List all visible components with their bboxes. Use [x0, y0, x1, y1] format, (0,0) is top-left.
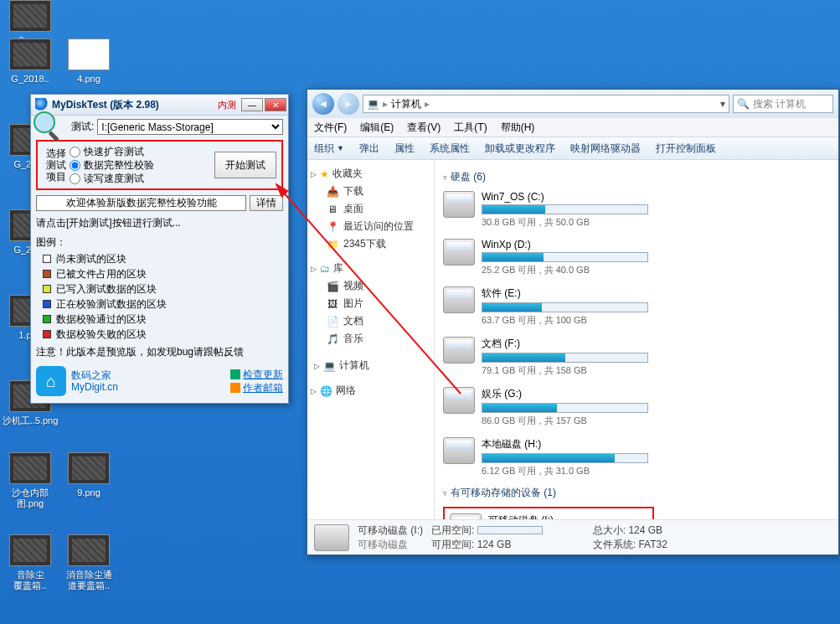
network-item[interactable]: ▷🌐网络 [311, 384, 430, 398]
addr-dropdown-icon[interactable]: ▾ [720, 98, 725, 110]
mydisktest-window: MyDiskTest (版本 2.98) 内测 — ✕ 测试: I:[Gener… [30, 94, 289, 404]
nav-bar: ◄ ► 💻 ▸ 计算机 ▸ ▾ 🔍 搜索 计算机 [307, 90, 838, 118]
thumbnail-icon [9, 0, 51, 32]
check-update-link[interactable]: 检查更新 [230, 368, 283, 381]
sidebar-item[interactable]: 🎬视频 [311, 277, 430, 295]
refresh-icon [230, 369, 240, 379]
color-swatch-icon [43, 300, 51, 308]
desktop-icon[interactable]: 4.png [60, 39, 117, 85]
control-panel-button[interactable]: 打开控制面板 [656, 142, 716, 156]
uninstall-button[interactable]: 卸载或更改程序 [485, 142, 555, 156]
sidebar-item[interactable]: 📄文档 [311, 312, 430, 330]
legend-header: 图例： [36, 235, 283, 250]
properties-button[interactable]: 属性 [394, 142, 415, 156]
color-swatch-icon [43, 270, 51, 278]
menu-item[interactable]: 帮助(H) [501, 121, 535, 135]
menu-item[interactable]: 工具(T) [454, 121, 487, 135]
sidebar-item[interactable]: 🎵音乐 [311, 330, 430, 348]
drive-item[interactable]: 本地磁盘 (H:)6.12 GB 可用 , 共 31.0 GB [443, 437, 648, 477]
address-bar[interactable]: 💻 ▸ 计算机 ▸ ▾ [363, 95, 729, 113]
thumbnail-icon [68, 39, 110, 70]
device-select[interactable]: I:[Generic Mass-Storage] [97, 119, 283, 135]
minimize-button[interactable]: — [241, 98, 263, 111]
sidebar-item[interactable]: 📍最近访问的位置 [311, 218, 430, 235]
system-properties-button[interactable]: 系统属性 [430, 142, 470, 156]
color-swatch-icon [43, 255, 51, 263]
status-drive-icon [314, 524, 349, 551]
drive-icon [443, 239, 475, 266]
folder-icon: 📁 [326, 239, 339, 250]
sidebar-item[interactable]: 🖼图片 [311, 295, 430, 312]
banner-text: 欢迎体验新版数据完整性校验功能 [36, 195, 246, 211]
libraries-header[interactable]: ▷🗂库 [311, 261, 430, 276]
desktop-icon[interactable]: 音除尘覆盖箱.. [2, 534, 59, 591]
sidebar-item[interactable]: 📥下载 [311, 183, 430, 200]
computer-item[interactable]: ▷💻计算机 [311, 356, 430, 375]
used-bar [477, 526, 543, 534]
drive-item[interactable]: Win7_OS (C:)30.8 GB 可用 , 共 50.0 GB [443, 191, 648, 229]
color-swatch-icon [43, 315, 51, 323]
thumbnail-icon [68, 452, 110, 484]
drive-removable[interactable]: 可移动磁盘 (I:) 124 GB 可用 , 共 124 GB [450, 513, 655, 519]
addr-sep: ▸ [383, 98, 388, 110]
eject-button[interactable]: 弹出 [359, 142, 379, 156]
sidebar-item[interactable]: 📁2345下载 [311, 235, 430, 253]
menu-bar: 文件(F)编辑(E)查看(V)工具(T)帮助(H) [307, 118, 838, 137]
legend-item: 尚未测试的区块 [36, 251, 283, 266]
notice-text: 注意！此版本是预览版，如发现bug请跟帖反馈 [36, 345, 283, 359]
drive-icon [443, 286, 475, 313]
sidebar-item[interactable]: 🖥桌面 [311, 200, 430, 218]
drive-item[interactable]: 文档 (F:)79.1 GB 可用 , 共 158 GB [443, 337, 648, 377]
desktop-icon[interactable]: 沙仓内部图.png [2, 452, 59, 509]
close-button[interactable]: ✕ [265, 98, 286, 111]
thumbnail-icon [9, 39, 51, 70]
folder-icon: 📥 [326, 186, 339, 198]
drive-item[interactable]: 娱乐 (G:)86.0 GB 可用 , 共 157 GB [443, 387, 648, 427]
status-bar: 可移动磁盘 (I:) 可移动磁盘 已用空间: 可用空间: 124 GB 总大小:… [307, 519, 838, 554]
desktop-icon[interactable]: G_2018.. [2, 39, 59, 85]
radio-quick[interactable]: 快速扩容测试 [70, 145, 214, 158]
status-type: 可移动磁盘 [358, 538, 423, 552]
drive-icon [443, 337, 475, 364]
desktop-icon[interactable]: 9.png [60, 452, 117, 498]
library-icon: 📄 [326, 316, 339, 327]
explorer-window: ◄ ► 💻 ▸ 计算机 ▸ ▾ 🔍 搜索 计算机 文件(F)编辑(E)查看(V)… [307, 89, 839, 555]
forward-button[interactable]: ► [338, 93, 359, 115]
legend-item: 数据校验通过的区块 [36, 312, 283, 327]
search-icon: 🔍 [737, 98, 750, 110]
computer-icon: 💻 [367, 98, 379, 110]
toolbar: 组织▼ 弹出 属性 系统属性 卸载或更改程序 映射网络驱动器 打开控制面板 [307, 137, 838, 160]
mail-icon [230, 383, 240, 393]
drive-item[interactable]: WinXp (D:)25.2 GB 可用 , 共 40.0 GB [443, 239, 648, 276]
organize-button[interactable]: 组织▼ [314, 142, 344, 156]
desktop-icon[interactable]: 消音除尘通道要盖箱.. [60, 534, 117, 591]
menu-item[interactable]: 编辑(E) [360, 121, 394, 135]
author-email-link[interactable]: 作者邮箱 [230, 381, 283, 395]
menu-item[interactable]: 文件(F) [314, 121, 347, 135]
addr-sep2: ▸ [425, 98, 430, 110]
radio-integrity[interactable]: 数据完整性校验 [70, 158, 214, 172]
hint-text: 请点击[开始测试]按钮进行测试... [36, 216, 283, 230]
library-icon: 🎵 [326, 333, 339, 345]
back-button[interactable]: ◄ [312, 93, 334, 115]
brand-name: 数码之家 [71, 369, 118, 381]
favorites-header[interactable]: ▷★收藏夹 [311, 167, 430, 181]
drive-item[interactable]: 软件 (E:)63.7 GB 可用 , 共 100 GB [443, 286, 648, 327]
magnifier-icon [35, 98, 49, 111]
category-disks[interactable]: 硬盘 (6) [451, 170, 486, 184]
addr-text: 计算机 [391, 97, 421, 111]
category-removable[interactable]: 有可移动存储的设备 (1) [451, 486, 556, 500]
thumbnail-icon [9, 534, 51, 566]
color-swatch-icon [43, 330, 51, 338]
map-drive-button[interactable]: 映射网络驱动器 [570, 142, 641, 156]
color-swatch-icon [43, 285, 51, 293]
drive-icon [443, 437, 475, 464]
search-input[interactable]: 🔍 搜索 计算机 [733, 95, 833, 113]
detail-button[interactable]: 详情 [250, 195, 283, 211]
thumbnail-icon [9, 452, 51, 484]
start-test-button[interactable]: 开始测试 [214, 152, 276, 178]
radio-speed[interactable]: 读写速度测试 [70, 172, 214, 185]
menu-item[interactable]: 查看(V) [407, 121, 441, 135]
titlebar[interactable]: MyDiskTest (版本 2.98) 内测 — ✕ [31, 95, 288, 116]
status-name: 可移动磁盘 (I:) [358, 523, 423, 538]
